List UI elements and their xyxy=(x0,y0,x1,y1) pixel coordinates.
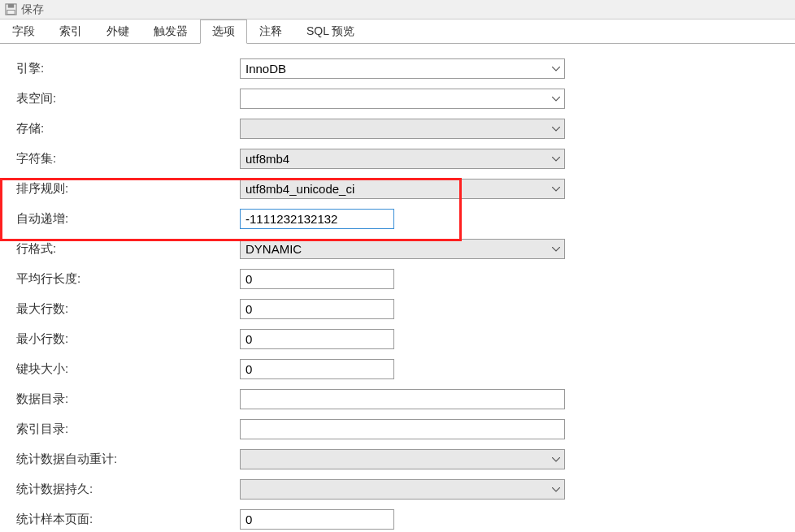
row-index-dir: 索引目录: xyxy=(0,414,795,444)
field-min-rows[interactable] xyxy=(240,329,394,349)
field-stats-recalc[interactable] xyxy=(240,449,565,469)
combo-collation[interactable] xyxy=(240,179,565,199)
label-stats-sample: 统计样本页面: xyxy=(16,512,240,527)
combo-storage[interactable] xyxy=(240,119,565,139)
options-form: 引擎: 表空间: 存储: 字符集: 排序规则: 自 xyxy=(0,44,795,532)
combo-stats-persist[interactable] xyxy=(240,479,565,500)
field-charset[interactable] xyxy=(240,149,565,169)
label-row-format: 行格式: xyxy=(16,241,240,257)
row-stats-recalc: 统计数据自动重计: xyxy=(0,444,795,474)
tab-sqlpreview[interactable]: SQL 预览 xyxy=(294,19,367,43)
field-row-format[interactable] xyxy=(240,239,565,259)
tab-comment[interactable]: 注释 xyxy=(247,19,294,43)
label-data-dir: 数据目录: xyxy=(16,391,240,407)
combo-engine[interactable] xyxy=(240,58,565,79)
field-data-dir[interactable] xyxy=(240,389,565,409)
row-key-block: 键块大小: xyxy=(0,354,795,384)
label-key-block: 键块大小: xyxy=(16,361,240,377)
tab-options[interactable]: 选项 xyxy=(200,19,247,44)
row-row-format: 行格式: xyxy=(0,234,795,264)
label-stats-recalc: 统计数据自动重计: xyxy=(16,452,240,467)
save-icon[interactable] xyxy=(5,3,17,15)
row-stats-sample: 统计样本页面: xyxy=(0,504,795,532)
field-auto-increment[interactable] xyxy=(240,209,394,229)
svg-rect-1 xyxy=(8,4,15,8)
label-max-rows: 最大行数: xyxy=(16,301,240,317)
combo-charset[interactable] xyxy=(240,149,565,169)
label-engine: 引擎: xyxy=(16,61,240,76)
combo-row-format[interactable] xyxy=(240,239,565,259)
combo-tablespace[interactable] xyxy=(240,89,565,109)
row-charset: 字符集: xyxy=(0,144,795,174)
field-collation[interactable] xyxy=(240,179,565,199)
label-stats-persist: 统计数据持久: xyxy=(16,482,240,497)
label-storage: 存储: xyxy=(16,121,240,136)
row-stats-persist: 统计数据持久: xyxy=(0,474,795,504)
label-tablespace: 表空间: xyxy=(16,91,240,106)
tab-trigger[interactable]: 触发器 xyxy=(141,19,200,43)
field-max-rows[interactable] xyxy=(240,299,394,319)
row-engine: 引擎: xyxy=(0,54,795,84)
label-min-rows: 最小行数: xyxy=(16,331,240,347)
row-collation: 排序规则: xyxy=(0,174,795,204)
row-min-rows: 最小行数: xyxy=(0,324,795,354)
tab-index[interactable]: 索引 xyxy=(47,19,94,43)
toolbar: 保存 xyxy=(0,0,795,19)
field-tablespace[interactable] xyxy=(240,89,565,109)
row-storage: 存储: xyxy=(0,114,795,144)
tab-fields[interactable]: 字段 xyxy=(0,19,47,43)
field-stats-sample[interactable] xyxy=(240,509,394,530)
save-button-label[interactable]: 保存 xyxy=(21,2,44,17)
field-key-block[interactable] xyxy=(240,359,394,379)
field-engine[interactable] xyxy=(240,58,565,79)
field-storage[interactable] xyxy=(240,119,565,139)
tab-fk[interactable]: 外键 xyxy=(94,19,141,43)
field-stats-persist[interactable] xyxy=(240,479,565,500)
row-auto-increment: 自动递增: xyxy=(0,204,795,234)
label-auto-increment: 自动递增: xyxy=(16,211,240,227)
label-charset: 字符集: xyxy=(16,151,240,167)
combo-stats-recalc[interactable] xyxy=(240,449,565,469)
row-tablespace: 表空间: xyxy=(0,84,795,114)
field-avg-row-len[interactable] xyxy=(240,269,394,289)
label-index-dir: 索引目录: xyxy=(16,422,240,437)
tabs: 字段 索引 外键 触发器 选项 注释 SQL 预览 xyxy=(0,19,795,44)
row-avg-row-len: 平均行长度: xyxy=(0,264,795,294)
label-collation: 排序规则: xyxy=(16,181,240,197)
label-avg-row-len: 平均行长度: xyxy=(16,271,240,287)
row-data-dir: 数据目录: xyxy=(0,384,795,414)
field-index-dir[interactable] xyxy=(240,419,565,439)
svg-rect-2 xyxy=(7,10,15,14)
row-max-rows: 最大行数: xyxy=(0,294,795,324)
